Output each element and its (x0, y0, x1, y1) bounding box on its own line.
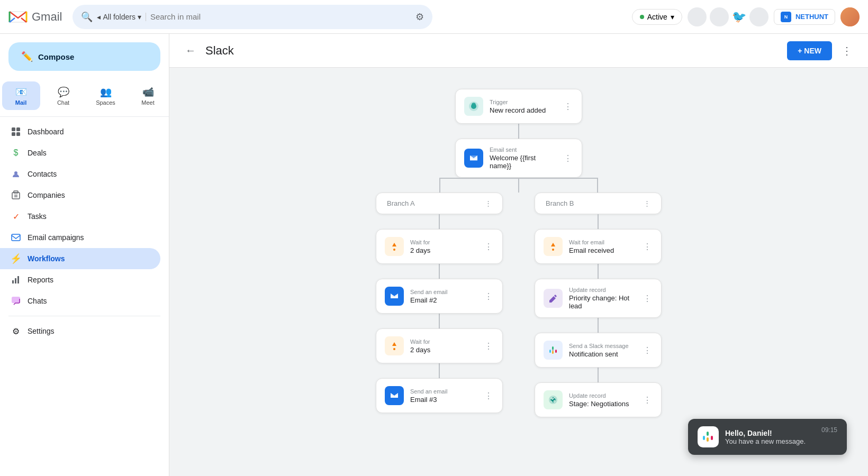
email-3-icon (385, 386, 404, 405)
companies-icon (11, 190, 21, 200)
email-2-icon (385, 287, 404, 306)
svg-rect-22 (555, 350, 557, 353)
svg-rect-27 (707, 437, 709, 442)
branch-b-header: Branch B ⋮ (535, 193, 662, 214)
svg-rect-5 (12, 193, 20, 199)
wait-2-menu[interactable]: ⋮ (483, 340, 494, 352)
user-avatar[interactable] (840, 7, 860, 26)
branch-b-column: Branch B ⋮ (535, 193, 662, 417)
filter-adjust-icon[interactable]: ⚙ (415, 11, 424, 23)
sidebar-item-contacts[interactable]: Contacts (0, 163, 160, 185)
folder-selector[interactable]: ◂ All folders ▾ (97, 13, 146, 21)
content-area: ← Slack + NEW ⋮ (169, 34, 868, 476)
update-1-menu[interactable]: ⋮ (642, 292, 653, 305)
sidebar-item-reports[interactable]: Reports (0, 269, 160, 290)
nethunt-label: NETHUNT (795, 13, 828, 21)
slack-menu[interactable]: ⋮ (642, 344, 653, 356)
toast-title: Hello, Daniel! (725, 429, 815, 437)
nethunt-branding[interactable]: N NETHUNT (774, 9, 835, 25)
active-status-badge[interactable]: Active ▾ (632, 9, 682, 25)
trigger-node-title: New record added (490, 106, 556, 114)
branch-b-conn-2 (598, 264, 599, 279)
update-1-label: Update record (569, 287, 636, 293)
branch-b-slack-info: Send a Slack message Notification sent (569, 343, 636, 358)
email-2-title: Email #2 (410, 296, 477, 304)
sidebar-item-mail[interactable]: 📧 Mail (2, 81, 40, 110)
avatar-circle-1 (688, 7, 707, 26)
branch-split (370, 178, 667, 193)
sidebar-item-chat[interactable]: 💬 Chat (44, 81, 83, 110)
contacts-icon (11, 169, 21, 179)
svg-rect-11 (15, 278, 16, 283)
email-sent-node-label: Email sent (490, 147, 556, 153)
svg-rect-23 (552, 350, 554, 351)
slack-node-title: Notification sent (569, 350, 636, 358)
more-options-button[interactable]: ⋮ (838, 42, 855, 59)
svg-rect-26 (707, 432, 709, 436)
sidebar-item-spaces[interactable]: 👥 Spaces (87, 81, 125, 110)
branch-a-label: Branch A (387, 199, 415, 207)
wait-email-label: Wait for email (569, 239, 636, 245)
chevron-down-icon: ▾ (671, 13, 674, 21)
svg-rect-25 (703, 436, 705, 440)
svg-rect-19 (549, 350, 551, 353)
wait-1-menu[interactable]: ⋮ (483, 241, 494, 253)
sidebar-item-companies[interactable]: Companies (0, 185, 160, 206)
branch-a-email-3[interactable]: Send an email Email #3 ⋮ (376, 378, 503, 413)
branch-b-menu[interactable]: ⋮ (644, 199, 650, 207)
companies-label: Companies (28, 191, 65, 199)
branch-a-conn-4 (439, 363, 440, 378)
branch-b-update-record-2[interactable]: Update record Stage: Negotiations ⋮ (535, 382, 662, 417)
svg-point-16 (393, 249, 395, 251)
trigger-node-menu[interactable]: ⋮ (563, 100, 573, 113)
branch-b-update-record-1[interactable]: Update record Priority change: Hot lead … (535, 279, 662, 318)
email-sent-node-menu[interactable]: ⋮ (563, 152, 573, 164)
chats-icon (11, 296, 21, 306)
trigger-node[interactable]: Trigger New record added ⋮ (455, 89, 582, 124)
sidebar-item-meet[interactable]: 📹 Meet (129, 81, 167, 110)
branch-a-email-2[interactable]: Send an email Email #2 ⋮ (376, 279, 503, 314)
active-dot-icon (640, 15, 644, 19)
email-2-menu[interactable]: ⋮ (483, 290, 494, 303)
update-2-menu[interactable]: ⋮ (642, 394, 653, 406)
avatar-circle-3 (749, 7, 768, 26)
branch-a-wait-2[interactable]: Wait for 2 days ⋮ (376, 328, 503, 363)
svg-rect-1 (16, 127, 20, 131)
sidebar-item-workflows[interactable]: ⚡ Workflows (0, 248, 160, 269)
sidebar-item-settings[interactable]: ⚙ Settings (0, 321, 160, 342)
email-3-menu[interactable]: ⋮ (483, 390, 494, 402)
contacts-label: Contacts (28, 170, 57, 178)
avatar-circle-2 (710, 7, 729, 26)
email-sent-node-title: Welcome {{first name}} (490, 154, 556, 170)
filter-icon: ◂ (97, 13, 101, 21)
svg-rect-10 (12, 280, 14, 283)
branch-a-wait-1[interactable]: Wait for 2 days ⋮ (376, 229, 503, 264)
branch-a-wait-2-info: Wait for 2 days (410, 338, 477, 354)
mail-icon: 📧 (15, 86, 28, 98)
wait-email-menu[interactable]: ⋮ (642, 241, 653, 253)
split-vert-right (597, 178, 598, 193)
sidebar-item-email-campaigns[interactable]: Email campaigns (0, 227, 160, 248)
back-button[interactable]: ← (182, 42, 199, 59)
topbar: Gmail 🔍 ◂ All folders ▾ ⚙ Active ▾ 🐦 N N… (0, 0, 868, 34)
new-button[interactable]: + NEW (787, 41, 832, 60)
sidebar-item-tasks[interactable]: ✓ Tasks (0, 206, 160, 227)
sidebar-item-chats[interactable]: Chats (0, 290, 160, 312)
sidebar-item-deals[interactable]: $ Deals (0, 142, 160, 163)
branch-b-wait-email[interactable]: Wait for email Email received ⋮ (535, 229, 662, 264)
compose-button[interactable]: ✏️ Compose (8, 42, 160, 71)
sidebar-item-dashboard[interactable]: Dashboard (0, 121, 160, 142)
branch-a-menu[interactable]: ⋮ (485, 199, 492, 207)
branch-b-slack[interactable]: Send a Slack message Notification sent ⋮ (535, 333, 662, 368)
wait-icon-2 (385, 336, 404, 355)
wait-2-label: Wait for (410, 338, 477, 345)
spaces-label: Spaces (96, 99, 115, 106)
email-sent-node[interactable]: Email sent Welcome {{first name}} ⋮ (455, 139, 582, 178)
branch-a-conn-1 (439, 214, 440, 229)
email-campaigns-icon (11, 232, 21, 243)
meet-label: Meet (141, 99, 154, 106)
avatar-group: 🐦 (688, 7, 768, 26)
svg-rect-13 (12, 297, 20, 303)
search-input[interactable] (150, 12, 412, 21)
branch-b-conn-1 (598, 214, 599, 229)
